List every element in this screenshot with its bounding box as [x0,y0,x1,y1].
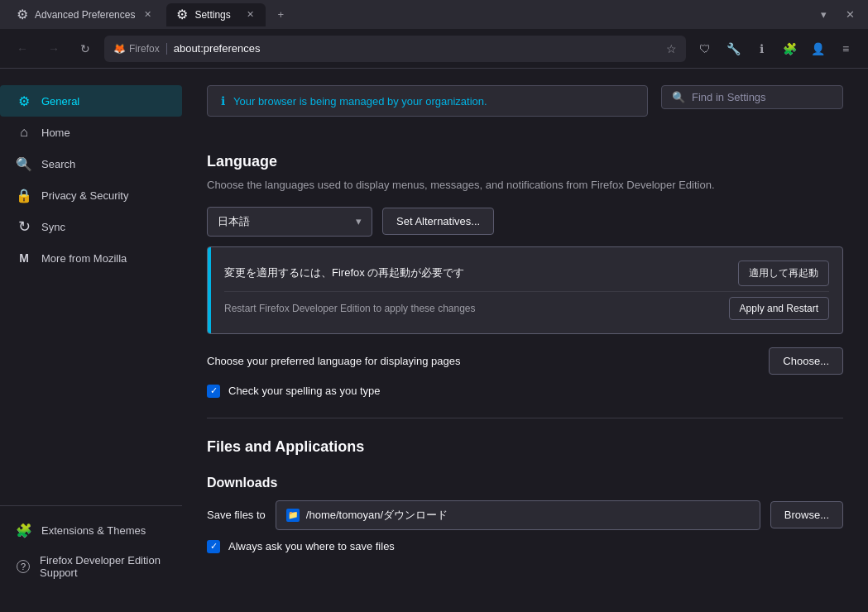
info-button[interactable]: ℹ [749,36,774,61]
sidebar-item-support-label: Firefox Developer Edition Support [40,554,165,579]
files-section: Files and Applications Downloads Save fi… [207,438,843,553]
apply-restart-japanese-button[interactable]: 適用して再起動 [738,261,829,286]
sidebar-item-search[interactable]: 🔍 Search [0,148,182,179]
tab-dropdown-button[interactable]: ▾ [812,3,835,26]
notif-content: 変更を適用するには、Firefox の再起動が必要です 適用して再起動 Rest… [211,247,842,333]
sidebar-item-search-label: Search [41,158,75,170]
forward-button[interactable]: → [41,36,66,61]
language-section: Language Choose the languages used to di… [207,153,843,398]
tab-advanced-prefs[interactable]: ⚙ Advanced Preferences ✕ [7,3,163,26]
restart-notification-box: 変更を適用するには、Firefox の再起動が必要です 適用して再起動 Rest… [207,246,843,334]
tab-close-advanced-prefs[interactable]: ✕ [140,7,155,22]
files-title: Files and Applications [207,438,843,456]
back-button[interactable]: ← [10,36,35,61]
titlebar: ⚙ Advanced Preferences ✕ ⚙ Settings ✕ + … [0,0,868,29]
sidebar-item-privacy[interactable]: 🔒 Privacy & Security [0,179,182,211]
bookmark-icon[interactable]: ☆ [666,42,677,55]
language-desc: Choose the languages used to display men… [207,177,843,194]
sidebar-item-privacy-label: Privacy & Security [41,189,128,202]
reload-button[interactable]: ↻ [73,36,98,61]
language-title: Language [207,153,843,170]
new-tab-button[interactable]: + [269,3,292,26]
gear-icon-tab2: ⚙ [175,7,189,22]
set-alternatives-button[interactable]: Set Alternatives... [382,208,494,235]
extensions-icon-sidebar: 🧩 [17,523,31,538]
sidebar-item-extensions-label: Extensions & Themes [41,524,146,537]
sidebar-item-extensions[interactable]: 🧩 Extensions & Themes [0,514,182,546]
spell-check-row: Check your spelling as you type [207,385,843,398]
language-select-row: 日本語 ▾ Set Alternatives... [207,207,843,237]
address-bar[interactable]: 🦊 Firefox about:preferences ☆ [104,36,686,62]
notif-japanese-text: 変更を適用するには、Firefox の再起動が必要です [224,265,464,280]
language-dropdown[interactable]: 日本語 ▾ [207,207,372,237]
tab-settings[interactable]: ⚙ Settings ✕ [166,3,266,26]
spell-check-checkbox[interactable] [207,385,220,398]
sidebar-item-general-label: General [41,95,79,108]
address-url: about:preferences [174,42,659,55]
home-icon: ⌂ [17,125,31,140]
notif-english-text: Restart Firefox Developer Edition to app… [224,303,476,314]
search-icon-sidebar: 🔍 [17,156,31,171]
sidebar-spacer [0,274,182,505]
find-settings-input[interactable] [692,91,832,103]
notice-text: Your browser is being managed by your or… [233,95,487,108]
section-divider-1 [207,418,843,418]
downloads-subtitle: Downloads [207,476,843,490]
spell-check-label: Check your spelling as you type [228,385,381,397]
browse-button[interactable]: Browse... [770,501,843,528]
always-ask-label: Always ask you where to save files [228,540,395,552]
mozilla-icon: M [17,251,31,265]
gear-icon-tab1: ⚙ [15,7,30,22]
main-layout: ⚙ General ⌂ Home 🔍 Search 🔒 Privacy & Se… [0,69,868,612]
tab-close-settings[interactable]: ✕ [242,7,257,22]
sidebar-item-sync-label: Sync [41,221,65,233]
sidebar-item-home-label: Home [41,127,70,139]
content-area: ℹ Your browser is being managed by your … [182,69,868,612]
window-close-button[interactable]: ✕ [838,3,861,26]
notice-icon: ℹ [221,94,225,108]
toolbar: ← → ↻ 🦊 Firefox about:preferences ☆ 🛡 🔧 … [0,29,868,69]
top-bar: ℹ Your browser is being managed by your … [207,85,843,136]
display-pages-label: Choose your preferred language for displ… [207,355,460,367]
sync-icon: ↻ [17,219,31,234]
extensions-button[interactable]: 🧩 [777,36,802,61]
choose-language-button[interactable]: Choose... [769,347,843,375]
download-path-display: 📁 /home/tomoyan/ダウンロード [276,500,760,530]
sidebar-item-support[interactable]: ? Firefox Developer Edition Support [0,546,182,587]
browser-name-badge: 🦊 Firefox [113,43,167,55]
save-files-to-label: Save files to [207,509,266,521]
download-path-row: Save files to 📁 /home/tomoyan/ダウンロード Bro… [207,500,843,530]
notif-english-row: Restart Firefox Developer Edition to app… [224,291,829,325]
menu-button[interactable]: ≡ [833,36,858,61]
always-ask-row: Always ask you where to save files [207,540,843,553]
notif-japanese-row: 変更を適用するには、Firefox の再起動が必要です 適用して再起動 [224,256,829,291]
current-language: 日本語 [218,214,250,229]
apply-restart-english-button[interactable]: Apply and Restart [729,297,829,320]
tab-advanced-prefs-label: Advanced Preferences [35,9,135,21]
sidebar-item-general[interactable]: ⚙ General [0,85,182,117]
lock-icon: 🔒 [17,188,31,203]
sidebar-item-sync[interactable]: ↻ Sync [0,211,182,242]
display-pages-row: Choose your preferred language for displ… [207,347,843,375]
shield-button[interactable]: 🛡 [693,36,717,61]
always-ask-checkbox[interactable] [207,540,220,553]
sidebar-item-home[interactable]: ⌂ Home [0,117,182,148]
gear-icon-general: ⚙ [17,93,31,108]
managed-notice: ℹ Your browser is being managed by your … [207,85,648,117]
sidebar-item-mozilla[interactable]: M More from Mozilla [0,242,182,274]
sidebar-item-mozilla-label: More from Mozilla [41,252,127,265]
sidebar: ⚙ General ⌂ Home 🔍 Search 🔒 Privacy & Se… [0,69,182,612]
toolbar-actions: 🛡 🔧 ℹ 🧩 👤 ≡ [693,36,858,61]
support-icon: ? [17,560,30,573]
profile-button[interactable]: 👤 [805,36,830,61]
sidebar-bottom: 🧩 Extensions & Themes ? Firefox Develope… [0,505,182,595]
dropdown-arrow-icon: ▾ [356,215,362,227]
find-settings-box[interactable]: 🔍 [661,85,843,109]
tab-settings-label: Settings [194,9,230,21]
tools-button[interactable]: 🔧 [721,36,746,61]
folder-icon: 📁 [286,509,300,522]
download-path-text: /home/tomoyan/ダウンロード [306,508,448,523]
find-settings-icon: 🔍 [672,91,685,103]
